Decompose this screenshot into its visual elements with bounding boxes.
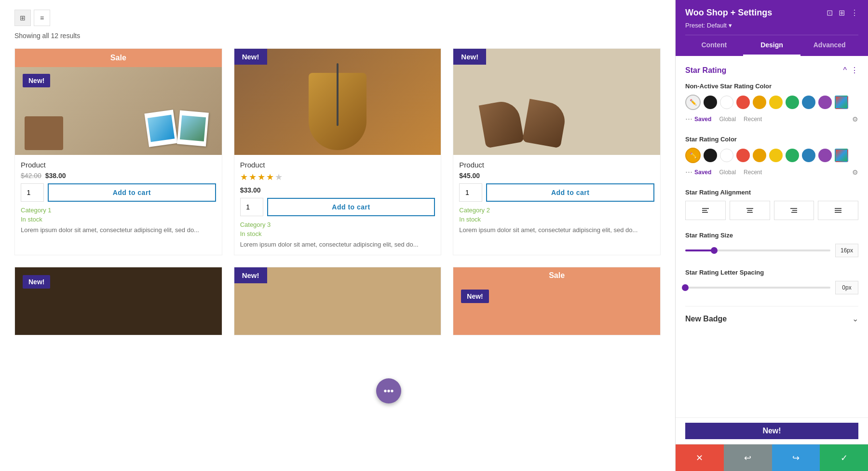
add-to-cart-button[interactable]: Add to cart (267, 198, 435, 216)
color-swatch-blue[interactable] (802, 149, 815, 162)
color-swatch-gradient[interactable] (835, 96, 848, 109)
color-tab-recent[interactable]: Recent (744, 116, 762, 123)
cart-row: Add to cart (21, 183, 216, 202)
non-active-color-picker[interactable]: ✏️ (685, 95, 701, 110)
align-left-button[interactable] (685, 201, 726, 220)
svg-rect-9 (835, 208, 841, 209)
new-badge: New! (461, 290, 488, 303)
star-filled: ★ (240, 172, 248, 182)
alignment-group: Star Rating Alignment (685, 189, 858, 220)
products-grid: Sale New! Product $42.00 (14, 48, 661, 335)
fab-button[interactable]: ••• (376, 378, 401, 403)
active-color-picker[interactable]: ✏️ (685, 148, 701, 163)
color-swatch-white[interactable] (720, 149, 733, 162)
quantity-input[interactable] (21, 183, 44, 202)
star-filled: ★ (258, 172, 265, 182)
color-swatch-green[interactable] (786, 149, 799, 162)
align-center-icon (746, 207, 754, 214)
color-swatch-black[interactable] (704, 149, 717, 162)
category-link[interactable]: Category 2 (459, 207, 654, 214)
panel-icons: ⊡ ⊞ ⋮ (827, 8, 858, 17)
grid-view-button[interactable]: ⊞ (14, 10, 31, 26)
color-swatch-red[interactable] (736, 149, 750, 162)
size-slider-thumb[interactable] (711, 247, 718, 254)
quantity-input[interactable] (459, 183, 482, 202)
product-info: Product $45.00 Add to cart Category 2 In… (453, 155, 660, 240)
color-swatch-orange[interactable] (753, 149, 766, 162)
product-card: Sale New! Product $42.00 (14, 48, 222, 255)
color-tab-saved-2[interactable]: Saved (694, 169, 711, 176)
save-button[interactable]: ✓ (820, 444, 868, 471)
section-actions: ^ ⋮ (843, 66, 858, 75)
fab-icon: ••• (383, 386, 393, 397)
color-swatch-white[interactable] (720, 96, 733, 109)
cart-row: Add to cart (240, 198, 435, 216)
color-tab-global[interactable]: Global (719, 116, 736, 123)
color-swatch-green[interactable] (786, 96, 799, 109)
color-more-dots[interactable]: ··· (685, 167, 692, 177)
color-more-dots[interactable]: ··· (685, 114, 692, 124)
new-badge-header[interactable]: New Badge ⌄ (685, 314, 858, 323)
product-image: New! (15, 267, 222, 335)
product-name: Product (459, 161, 654, 169)
non-active-color-group: Non-Active Star Rating Color ✏️ ··· Save… (685, 83, 858, 124)
product-price: $45.00 (459, 172, 654, 180)
color-swatch-purple[interactable] (818, 96, 832, 109)
panel-icon-more[interactable]: ⋮ (851, 8, 858, 17)
size-value[interactable]: 16px (835, 244, 858, 257)
color-swatch-purple[interactable] (818, 149, 832, 162)
color-swatch-orange[interactable] (753, 96, 766, 109)
color-swatch-blue[interactable] (802, 96, 815, 109)
product-price: $42.00 $38.00 (21, 172, 216, 180)
preset-label[interactable]: Preset: Default ▾ (685, 22, 858, 29)
color-tab-saved[interactable]: Saved (694, 116, 711, 123)
add-to-cart-button[interactable]: Add to cart (48, 183, 216, 202)
add-to-cart-button[interactable]: Add to cart (486, 183, 654, 202)
color-tab-global-2[interactable]: Global (719, 169, 736, 176)
tab-design[interactable]: Design (743, 35, 801, 56)
color-swatch-red[interactable] (736, 96, 750, 109)
align-center-button[interactable] (730, 201, 770, 220)
size-slider-row: 16px (685, 244, 858, 257)
non-active-color-row: ✏️ (685, 95, 858, 110)
cart-row: Add to cart (459, 183, 654, 202)
category-link[interactable]: Category 3 (240, 221, 435, 228)
star-rating-title: Star Rating (685, 66, 726, 75)
color-tab-recent-2[interactable]: Recent (744, 169, 762, 176)
product-description: Lorem ipsum dolor sit amet, consectetur … (21, 226, 216, 235)
color-swatch-black[interactable] (704, 96, 717, 109)
letter-spacing-slider-track[interactable] (685, 287, 830, 289)
color-settings-gear[interactable]: ⚙ (852, 115, 858, 123)
section-chevron-up[interactable]: ^ (843, 66, 847, 75)
letter-spacing-slider-thumb[interactable] (682, 284, 689, 291)
color-swatch-yellow[interactable] (769, 96, 783, 109)
list-view-button[interactable]: ≡ (34, 10, 50, 26)
align-justify-icon (834, 207, 842, 214)
price-new: $45.00 (459, 172, 480, 180)
cancel-button[interactable]: ✕ (676, 444, 724, 471)
panel-icon-crop[interactable]: ⊡ (827, 8, 833, 17)
size-slider-track[interactable] (685, 249, 830, 251)
quantity-input[interactable] (240, 198, 263, 216)
section-options[interactable]: ⋮ (851, 66, 858, 75)
tab-content[interactable]: Content (685, 35, 743, 56)
align-right-button[interactable] (774, 201, 814, 220)
active-color-label: Star Rating Color (685, 136, 858, 143)
redo-button[interactable]: ↪ (772, 444, 820, 471)
new-badge-preview: New! (685, 423, 858, 439)
product-info: Product ★ ★ ★ ★ ★ $33.00 Add to cart Cat… (234, 155, 441, 255)
panel-icon-layout[interactable]: ⊞ (839, 8, 845, 17)
svg-rect-3 (746, 208, 753, 209)
color-swatch-yellow[interactable] (769, 149, 783, 162)
results-count: Showing all 12 results (14, 32, 661, 40)
color-settings-gear-2[interactable]: ⚙ (852, 168, 858, 176)
letter-spacing-value[interactable]: 0px (835, 281, 858, 294)
new-badge-chevron[interactable]: ⌄ (852, 314, 858, 323)
new-badge-section: New Badge ⌄ (685, 306, 858, 323)
undo-button[interactable]: ↩ (724, 444, 772, 471)
category-link[interactable]: Category 1 (21, 207, 216, 214)
tab-advanced[interactable]: Advanced (800, 35, 858, 56)
align-justify-button[interactable] (818, 201, 858, 220)
color-swatch-gradient[interactable] (835, 149, 848, 162)
new-badge-corner: New! (453, 49, 486, 65)
